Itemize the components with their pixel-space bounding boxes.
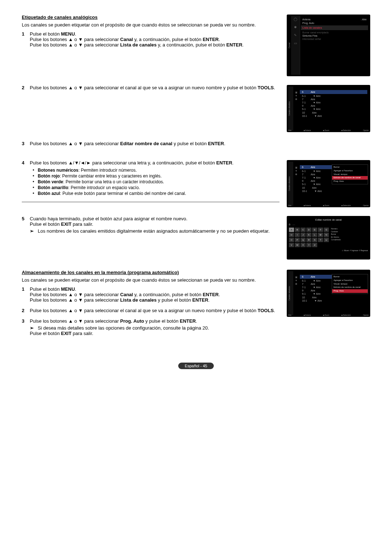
text-bold: ENTER: [226, 42, 242, 48]
text: .: [196, 318, 197, 324]
kbd-key: I: [295, 233, 300, 237]
foot-item: ■ Antena: [303, 314, 311, 316]
foot-item: ■ Selección: [342, 314, 351, 316]
foot-item: ■ Antena: [303, 129, 311, 132]
list-row: 7Aire: [300, 98, 367, 101]
kbd-key: R: [306, 238, 311, 242]
osd-channel-list-popup-prog: Canales añadidos ▣♥◉ 6Aire BorrarAgregar…: [287, 270, 370, 317]
foot-item: ■ Zoom: [323, 129, 329, 132]
text: Pulse los botones ▲ o ▼ para seleccionar…: [30, 308, 258, 313]
section2-heading: Almacenamiento de los canales en la memo…: [22, 270, 279, 275]
text-bold: ENTER: [203, 37, 219, 42]
kbd-key: U: [324, 238, 329, 242]
text: : Permiten introducir números.: [78, 168, 137, 173]
osd-channel-list-popup: Canales añadidos ▣♥◉ 6Aire BorrarAgregar…: [287, 160, 370, 207]
text-bold: ENTER: [216, 160, 232, 166]
text: para salir.: [72, 221, 93, 227]
note-text: Los nombres de los canales emitidos digi…: [38, 228, 270, 234]
text-bold: TOOLS: [258, 308, 274, 313]
s2-step1: 1 Pulse el botón MENU. Pulse los botones…: [22, 286, 279, 303]
list-header-ch: 6: [302, 166, 303, 169]
list-row: 10-1▼ Aire: [300, 114, 367, 118]
popup-item: Edición de nombre de canal: [332, 176, 368, 180]
text-bold: ENTER: [192, 297, 208, 303]
text: Pulse los botones ▲ o ▼ para seleccionar: [30, 42, 120, 48]
text-bold: Botones numéricos: [38, 168, 78, 173]
text: .: [208, 297, 210, 303]
text-bold: Lista de canales: [120, 297, 156, 303]
text: Pulse los botones ▲ o ▼ para seleccionar…: [30, 85, 258, 90]
step-number: 2: [22, 308, 30, 313]
text-bold: ENTER: [208, 141, 224, 146]
list-header-name: Aire: [311, 166, 315, 169]
list-header-name: Aire: [311, 90, 315, 94]
step-number: 5: [22, 216, 30, 234]
foot-item: ■ Selección: [342, 204, 351, 207]
text-bold: TOOLS: [258, 85, 274, 90]
list-row: 10-1▼ Aire: [300, 189, 367, 193]
kbd-key: D: [306, 228, 311, 232]
text: Pulse el botón: [30, 331, 61, 336]
popup-item: Visual. tempor.: [334, 173, 366, 176]
tab-icon: ✎: [291, 33, 300, 41]
s1-step5: 5 Cuando haya terminado, pulse el botón …: [22, 216, 279, 234]
kbd-key: W: [295, 243, 300, 247]
page-footer: Español - 45: [22, 363, 370, 368]
text: .: [219, 292, 220, 297]
list-row: 10Aire: [300, 186, 367, 189]
step-number: 3: [22, 141, 30, 146]
list-row: 10Aire: [300, 296, 367, 299]
legend-item: Completado: [331, 238, 341, 241]
bullet: Botón azul: Pulse este botón parar termi…: [35, 191, 279, 196]
text: y, a continuación, pulse el botón: [156, 42, 226, 48]
text: .: [219, 37, 220, 42]
kbd-key: F: [318, 228, 323, 232]
text: y, a continuación, pulse el botón: [133, 292, 203, 297]
step-number: 1: [22, 31, 30, 48]
text-bold: Botón verde: [38, 179, 63, 184]
text-bold: ENTER: [180, 318, 196, 324]
popup-item: Prog. Auto: [332, 289, 368, 293]
text-bold: Prog. Auto: [120, 318, 144, 324]
popup-item: Borrar: [334, 166, 366, 169]
text: Pulse el botón: [30, 286, 61, 292]
kbd-key: G: [324, 228, 329, 232]
text: .: [274, 308, 275, 313]
kbd-key: H: [289, 233, 294, 237]
osd-side-label: Canales añadidos: [288, 271, 293, 315]
text: y pulse el botón: [172, 141, 208, 146]
kbd-key: C: [301, 228, 306, 232]
kbd-key: J: [301, 233, 306, 237]
text: .: [75, 31, 76, 37]
text: .: [242, 42, 244, 48]
section1-intro: Los canales se pueden etiquetar con el p…: [22, 22, 279, 28]
osd-sidebar-label: Canal: [288, 16, 291, 75]
kbd-key: K: [306, 233, 311, 237]
text: Pulse el botón: [30, 31, 61, 37]
bullet: Botón amarillo: Permite introducir un es…: [35, 185, 279, 190]
text-bold: Canal: [120, 37, 133, 42]
text: Cuando haya terminado, pulse el botón az…: [30, 216, 187, 221]
kbd-key: P: [295, 238, 300, 242]
osd-side-label: Canales añadidos: [288, 162, 293, 206]
foot-item: Opción: [363, 129, 369, 132]
text: .: [232, 160, 234, 166]
osd-kbd-footer: ◇ Mover ⏎ Ingresar ↺ Regresar: [289, 249, 368, 252]
text-bold: MENU: [61, 286, 75, 292]
text: Pulse el botón: [30, 221, 61, 227]
text: Pulse los botones ▲ o ▼ para seleccionar: [30, 297, 120, 303]
osd-item: Antena: [302, 18, 310, 21]
osd-channel-list: Canales añadidos ▣♥◉ 6Aire 6-1▼ Aire7Air…: [287, 85, 370, 132]
legend-item: Número: [331, 228, 341, 230]
foot-item: ■ Antena: [303, 204, 311, 207]
list-header-ch: 6: [302, 275, 303, 278]
foot-item: Aire: [288, 129, 291, 132]
note-text: Si desea más detalles sobre las opciones…: [38, 325, 209, 331]
text: : Permite introducir un espacio vacío.: [68, 185, 140, 190]
text: para salir.: [72, 331, 93, 336]
text-bold: Botón rojo: [38, 173, 60, 179]
step-number: 3: [22, 318, 30, 336]
osd-value: : Aire: [361, 18, 367, 21]
text: Pulse los botones ▲ o ▼ para seleccionar: [30, 141, 120, 146]
text: .: [274, 85, 275, 90]
